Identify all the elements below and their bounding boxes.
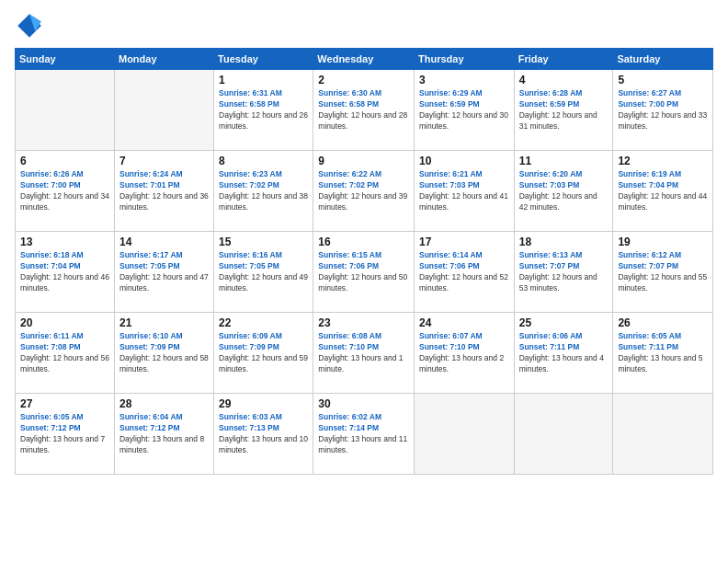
day-info: Sunrise: 6:05 AMSunset: 7:12 PMDaylight:…	[20, 412, 109, 456]
day-number: 22	[219, 316, 308, 329]
day-info: Sunrise: 6:17 AMSunset: 7:05 PMDaylight:…	[119, 250, 209, 294]
calendar-cell: 13Sunrise: 6:18 AMSunset: 7:04 PMDayligh…	[16, 232, 115, 313]
day-number: 6	[20, 155, 109, 167]
calendar-cell: 2Sunrise: 6:30 AMSunset: 6:58 PMDaylight…	[313, 70, 415, 151]
calendar-cell: 1Sunrise: 6:31 AMSunset: 6:58 PMDaylight…	[214, 70, 313, 151]
day-info: Sunrise: 6:12 AMSunset: 7:07 PMDaylight:…	[618, 250, 708, 294]
calendar-cell: 4Sunrise: 6:28 AMSunset: 6:59 PMDaylight…	[514, 70, 613, 151]
day-info: Sunrise: 6:20 AMSunset: 7:03 PMDaylight:…	[519, 169, 609, 213]
calendar-week-2: 13Sunrise: 6:18 AMSunset: 7:04 PMDayligh…	[16, 232, 713, 313]
day-info: Sunrise: 6:29 AMSunset: 6:59 PMDaylight:…	[419, 88, 509, 132]
calendar-week-4: 27Sunrise: 6:05 AMSunset: 7:12 PMDayligh…	[16, 394, 713, 475]
weekday-header-sunday: Sunday	[16, 49, 115, 70]
day-number: 5	[618, 74, 708, 86]
weekday-header-wednesday: Wednesday	[313, 49, 415, 70]
day-number: 29	[219, 397, 308, 410]
day-number: 11	[519, 155, 609, 167]
day-number: 8	[219, 155, 308, 167]
weekday-header-tuesday: Tuesday	[214, 49, 313, 70]
weekday-header-thursday: Thursday	[414, 49, 514, 70]
day-number: 24	[419, 316, 509, 329]
day-number: 15	[219, 236, 308, 248]
day-info: Sunrise: 6:06 AMSunset: 7:11 PMDaylight:…	[519, 331, 609, 375]
day-info: Sunrise: 6:24 AMSunset: 7:01 PMDaylight:…	[119, 169, 209, 213]
day-number: 1	[219, 74, 308, 86]
calendar-cell	[114, 70, 213, 151]
day-number: 19	[618, 236, 708, 248]
calendar-cell: 7Sunrise: 6:24 AMSunset: 7:01 PMDaylight…	[114, 151, 213, 232]
day-info: Sunrise: 6:22 AMSunset: 7:02 PMDaylight:…	[318, 169, 409, 213]
day-info: Sunrise: 6:28 AMSunset: 6:59 PMDaylight:…	[519, 88, 609, 132]
day-info: Sunrise: 6:07 AMSunset: 7:10 PMDaylight:…	[419, 331, 509, 375]
day-info: Sunrise: 6:05 AMSunset: 7:11 PMDaylight:…	[618, 331, 708, 375]
day-info: Sunrise: 6:02 AMSunset: 7:14 PMDaylight:…	[318, 412, 409, 456]
day-info: Sunrise: 6:09 AMSunset: 7:09 PMDaylight:…	[219, 331, 308, 375]
day-info: Sunrise: 6:30 AMSunset: 6:58 PMDaylight:…	[318, 88, 409, 132]
day-number: 18	[519, 236, 609, 248]
logo	[15, 11, 48, 40]
day-info: Sunrise: 6:16 AMSunset: 7:05 PMDaylight:…	[219, 250, 308, 294]
day-number: 9	[318, 155, 409, 167]
calendar-cell: 30Sunrise: 6:02 AMSunset: 7:14 PMDayligh…	[313, 394, 415, 475]
day-info: Sunrise: 6:27 AMSunset: 7:00 PMDaylight:…	[618, 88, 708, 132]
calendar-cell	[16, 70, 115, 151]
day-number: 20	[20, 316, 109, 329]
day-number: 30	[318, 397, 409, 410]
logo-icon	[15, 11, 44, 40]
day-number: 17	[419, 236, 509, 248]
day-info: Sunrise: 6:23 AMSunset: 7:02 PMDaylight:…	[219, 169, 308, 213]
day-info: Sunrise: 6:19 AMSunset: 7:04 PMDaylight:…	[618, 169, 708, 213]
day-number: 25	[519, 316, 609, 329]
day-info: Sunrise: 6:10 AMSunset: 7:09 PMDaylight:…	[119, 331, 209, 375]
day-number: 4	[519, 74, 609, 86]
calendar-cell: 23Sunrise: 6:08 AMSunset: 7:10 PMDayligh…	[313, 313, 415, 394]
day-number: 21	[119, 316, 209, 329]
calendar-cell: 5Sunrise: 6:27 AMSunset: 7:00 PMDaylight…	[613, 70, 713, 151]
weekday-header-saturday: Saturday	[613, 49, 713, 70]
calendar-cell: 29Sunrise: 6:03 AMSunset: 7:13 PMDayligh…	[214, 394, 313, 475]
day-info: Sunrise: 6:04 AMSunset: 7:12 PMDaylight:…	[119, 412, 209, 456]
day-number: 2	[318, 74, 409, 86]
calendar-cell	[414, 394, 514, 475]
day-number: 27	[20, 397, 109, 410]
calendar-cell: 24Sunrise: 6:07 AMSunset: 7:10 PMDayligh…	[414, 313, 514, 394]
day-number: 23	[318, 316, 409, 329]
day-number: 28	[119, 397, 209, 410]
calendar-week-1: 6Sunrise: 6:26 AMSunset: 7:00 PMDaylight…	[16, 151, 713, 232]
calendar-cell: 27Sunrise: 6:05 AMSunset: 7:12 PMDayligh…	[16, 394, 115, 475]
calendar-cell: 18Sunrise: 6:13 AMSunset: 7:07 PMDayligh…	[514, 232, 613, 313]
day-info: Sunrise: 6:03 AMSunset: 7:13 PMDaylight:…	[219, 412, 308, 456]
calendar-cell: 28Sunrise: 6:04 AMSunset: 7:12 PMDayligh…	[114, 394, 213, 475]
day-info: Sunrise: 6:21 AMSunset: 7:03 PMDaylight:…	[419, 169, 509, 213]
day-info: Sunrise: 6:18 AMSunset: 7:04 PMDaylight:…	[20, 250, 109, 294]
page: SundayMondayTuesdayWednesdayThursdayFrid…	[0, 0, 728, 563]
day-info: Sunrise: 6:14 AMSunset: 7:06 PMDaylight:…	[419, 250, 509, 294]
day-info: Sunrise: 6:08 AMSunset: 7:10 PMDaylight:…	[318, 331, 409, 375]
calendar-cell: 26Sunrise: 6:05 AMSunset: 7:11 PMDayligh…	[613, 313, 713, 394]
calendar-cell: 22Sunrise: 6:09 AMSunset: 7:09 PMDayligh…	[214, 313, 313, 394]
day-number: 3	[419, 74, 509, 86]
weekday-header-row: SundayMondayTuesdayWednesdayThursdayFrid…	[16, 49, 713, 70]
calendar-cell: 25Sunrise: 6:06 AMSunset: 7:11 PMDayligh…	[514, 313, 613, 394]
calendar-table: SundayMondayTuesdayWednesdayThursdayFrid…	[15, 48, 713, 475]
day-info: Sunrise: 6:31 AMSunset: 6:58 PMDaylight:…	[219, 88, 308, 132]
day-number: 7	[119, 155, 209, 167]
calendar-cell: 3Sunrise: 6:29 AMSunset: 6:59 PMDaylight…	[414, 70, 514, 151]
calendar-cell	[514, 394, 613, 475]
calendar-cell: 16Sunrise: 6:15 AMSunset: 7:06 PMDayligh…	[313, 232, 415, 313]
calendar-cell: 12Sunrise: 6:19 AMSunset: 7:04 PMDayligh…	[613, 151, 713, 232]
weekday-header-monday: Monday	[114, 49, 213, 70]
day-number: 26	[618, 316, 708, 329]
day-number: 14	[119, 236, 209, 248]
calendar-cell: 15Sunrise: 6:16 AMSunset: 7:05 PMDayligh…	[214, 232, 313, 313]
calendar-cell: 11Sunrise: 6:20 AMSunset: 7:03 PMDayligh…	[514, 151, 613, 232]
weekday-header-friday: Friday	[514, 49, 613, 70]
calendar-cell: 14Sunrise: 6:17 AMSunset: 7:05 PMDayligh…	[114, 232, 213, 313]
header	[15, 11, 713, 40]
calendar-cell: 19Sunrise: 6:12 AMSunset: 7:07 PMDayligh…	[613, 232, 713, 313]
calendar-week-3: 20Sunrise: 6:11 AMSunset: 7:08 PMDayligh…	[16, 313, 713, 394]
calendar-cell: 6Sunrise: 6:26 AMSunset: 7:00 PMDaylight…	[16, 151, 115, 232]
day-number: 10	[419, 155, 509, 167]
calendar-cell: 9Sunrise: 6:22 AMSunset: 7:02 PMDaylight…	[313, 151, 415, 232]
calendar-cell: 17Sunrise: 6:14 AMSunset: 7:06 PMDayligh…	[414, 232, 514, 313]
